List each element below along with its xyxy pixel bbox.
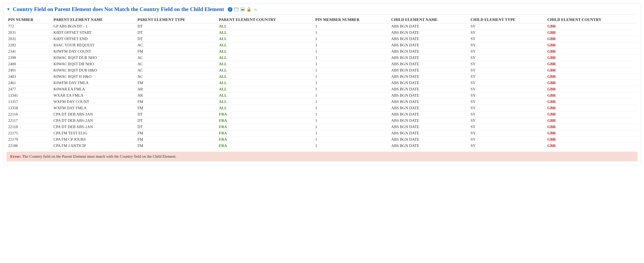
cell-parent-name: CPA DT DEB ABS-1AN <box>52 124 136 130</box>
cell-member: 1 <box>314 67 390 74</box>
export-chart-icon[interactable] <box>240 7 245 12</box>
cell-parent-name: WXFM DAY FMLA <box>52 105 136 111</box>
table-row: 2461K0WFM DAY FMLAFMALL1ABS BGN DATESYGB… <box>7 80 637 86</box>
collapse-toggle-icon[interactable]: ▼ <box>7 7 10 12</box>
cell-parent-country: FRA <box>217 130 314 136</box>
table-body: 772GP ABS BGN DT - 1DTALL1ABS BGN DATESY… <box>7 23 637 149</box>
cell-parent-country: ALL <box>217 67 314 74</box>
cell-child-name: ABS BGN DATE <box>390 55 469 61</box>
cell-child-country: GBR <box>546 36 637 42</box>
table-row: 22179CPA FM CP JOURSFMFRA1ABS BGN DATESY… <box>7 136 637 143</box>
cell-parent-country: ALL <box>217 36 314 42</box>
cell-child-type: SY <box>469 118 546 124</box>
col-child-name[interactable]: CHILD ELEMENT NAME <box>390 17 469 23</box>
col-child-country[interactable]: CHILD ELEMENT COUNTRY <box>546 17 637 23</box>
cell-pin: 2403 <box>7 74 52 80</box>
cell-parent-name: K0AC YOUR REQUEST <box>52 42 136 48</box>
panel-title: Country Field on Parent Element does Not… <box>13 6 224 13</box>
cell-pin: 13341 <box>7 92 52 99</box>
cell-parent-type: FM <box>136 105 217 111</box>
cell-child-name: ABS BGN DATE <box>390 136 469 143</box>
table-row: 2282K0AC YOUR REQUESTACALL1ABS BGN DATES… <box>7 42 637 48</box>
cell-child-type: SY <box>469 86 546 92</box>
cell-parent-country: ALL <box>217 42 314 48</box>
table-row: 2398K0WAC RQST DUR NHOACALL1ABS BGN DATE… <box>7 55 637 61</box>
cell-pin: 2032 <box>7 36 52 42</box>
cell-parent-type: DT <box>136 124 217 130</box>
cell-parent-name: WXAR EA FMLA <box>52 92 136 99</box>
cell-parent-country: ALL <box>217 92 314 99</box>
cell-child-country: GBR <box>546 48 637 55</box>
cell-child-country: GBR <box>546 136 637 143</box>
cell-member: 1 <box>314 23 390 30</box>
col-parent-country[interactable]: PARENT ELEMENT COUNTRY <box>217 17 314 23</box>
cell-parent-country: ALL <box>217 99 314 105</box>
cell-parent-country: ALL <box>217 23 314 30</box>
cell-child-country: GBR <box>546 61 637 67</box>
cell-child-name: ABS BGN DATE <box>390 124 469 130</box>
table-row: 772GP ABS BGN DT - 1DTALL1ABS BGN DATESY… <box>7 23 637 30</box>
cell-child-type: SY <box>469 143 546 149</box>
cell-member: 1 <box>314 30 390 36</box>
cell-pin: 22179 <box>7 136 52 143</box>
cell-parent-type: FM <box>136 143 217 149</box>
cell-member: 1 <box>314 74 390 80</box>
col-pin-number[interactable]: PIN NUMBER <box>7 17 52 23</box>
cell-child-country: GBR <box>546 67 637 74</box>
cell-child-name: ABS BGN DATE <box>390 143 469 149</box>
cell-child-country: GBR <box>546 111 637 118</box>
cell-parent-country: ALL <box>217 105 314 111</box>
cell-parent-type: AC <box>136 55 217 61</box>
col-pin-member[interactable]: PIN MEMBER NUMBER <box>314 17 390 23</box>
cell-child-country: GBR <box>546 30 637 36</box>
cell-parent-name: K0WAC RQST H H&O <box>52 74 136 80</box>
cell-pin: 2401 <box>7 67 52 74</box>
cell-child-name: ABS BGN DATE <box>390 99 469 105</box>
lock-icon[interactable]: 🔒 <box>247 7 251 12</box>
cell-child-name: ABS BGN DATE <box>390 92 469 99</box>
cell-child-name: ABS BGN DATE <box>390 42 469 48</box>
cell-member: 1 <box>314 80 390 86</box>
cell-pin: 2031 <box>7 30 52 36</box>
cell-child-type: SY <box>469 99 546 105</box>
cell-member: 1 <box>314 48 390 55</box>
col-parent-type[interactable]: PARENT ELEMENT TYPE <box>136 17 217 23</box>
popout-window-icon[interactable] <box>234 7 239 12</box>
cell-child-country: GBR <box>546 105 637 111</box>
cell-child-type: SY <box>469 105 546 111</box>
toolbar-icons: i 🔒 ↑↓ <box>228 7 258 12</box>
col-parent-name[interactable]: PARENT ELEMENT NAME <box>52 17 136 23</box>
table-row: 22175CPA FM TEST ELIGFMFRA1ABS BGN DATES… <box>7 130 637 136</box>
cell-child-name: ABS BGN DATE <box>390 67 469 74</box>
cell-child-type: SY <box>469 67 546 74</box>
info-icon[interactable]: i <box>228 7 232 12</box>
cell-parent-country: ALL <box>217 55 314 61</box>
table-row: 22116CPA DT DEB ABS-3ANDTFRA1ABS BGN DAT… <box>7 111 637 118</box>
cell-child-type: SY <box>469 36 546 42</box>
cell-child-name: ABS BGN DATE <box>390 130 469 136</box>
cell-child-name: ABS BGN DATE <box>390 36 469 42</box>
table-row: 22118CPA DT DEB ABS-1ANDTFRA1ABS BGN DAT… <box>7 124 637 130</box>
data-table: PIN NUMBER PARENT ELEMENT NAME PARENT EL… <box>7 17 637 149</box>
cell-parent-country: ALL <box>217 86 314 92</box>
cell-member: 1 <box>314 61 390 67</box>
cell-parent-type: DT <box>136 30 217 36</box>
cell-child-country: GBR <box>546 55 637 61</box>
cell-parent-type: AC <box>136 61 217 67</box>
cell-child-name: ABS BGN DATE <box>390 105 469 111</box>
cell-parent-type: DT <box>136 36 217 42</box>
cell-child-type: SY <box>469 130 546 136</box>
cell-member: 1 <box>314 36 390 42</box>
cell-parent-type: FM <box>136 130 217 136</box>
cell-pin: 2398 <box>7 55 52 61</box>
cell-child-name: ABS BGN DATE <box>390 23 469 30</box>
cell-parent-type: AC <box>136 74 217 80</box>
sort-arrows-icon[interactable]: ↑↓ <box>253 7 258 12</box>
col-child-type[interactable]: CHILD ELEMENT TYPE <box>469 17 546 23</box>
cell-member: 1 <box>314 118 390 124</box>
cell-child-country: GBR <box>546 124 637 130</box>
cell-parent-country: ALL <box>217 30 314 36</box>
cell-parent-type: FM <box>136 48 217 55</box>
cell-pin: 2400 <box>7 61 52 67</box>
cell-parent-country: FRA <box>217 124 314 130</box>
